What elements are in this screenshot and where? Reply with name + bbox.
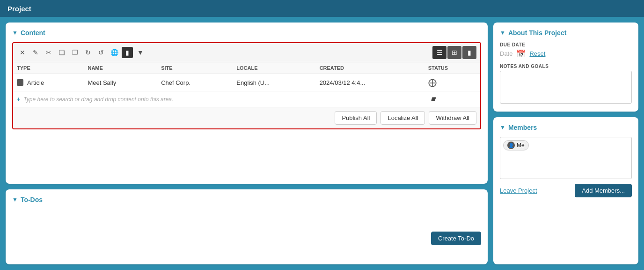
todos-chevron-icon[interactable]: ▼	[12, 196, 18, 203]
todos-panel-title: To-Dos	[21, 196, 43, 203]
col-status: STATUS	[424, 62, 480, 74]
notes-label: NOTES AND GOALS	[500, 64, 632, 69]
main-area: ▼ Content ✕ ✎ ✂ ❏ ❐ ↻ ↺ 🌐 ▮ ▼	[0, 17, 644, 270]
create-todo-button[interactable]: Create To-Do	[431, 232, 481, 245]
members-footer: Leave Project Add Members...	[500, 184, 632, 197]
right-column: ▼ About This Project DUE DATE Date 📅 Res…	[493, 22, 638, 264]
withdraw-all-button[interactable]: Withdraw All	[429, 111, 476, 125]
row-type: Article	[13, 74, 84, 91]
undo-icon[interactable]: ↻	[82, 47, 94, 58]
search-cell: + Type here to search or drag and drop c…	[13, 91, 424, 107]
copy-icon[interactable]: ❏	[56, 47, 67, 58]
search-chart-cell: ◾	[424, 91, 480, 107]
col-name: NAME	[84, 62, 157, 74]
edit-icon[interactable]: ✎	[30, 47, 41, 58]
app-header: Project	[0, 0, 644, 17]
notes-textarea[interactable]	[500, 71, 632, 104]
about-panel-title: About This Project	[508, 29, 566, 37]
todos-action-area: Create To-Do	[12, 232, 481, 245]
cut-icon[interactable]: ✂	[43, 47, 54, 58]
calendar-icon[interactable]: 📅	[516, 49, 526, 58]
add-members-button[interactable]: Add Members...	[575, 184, 632, 197]
row-status: ⨁	[424, 74, 480, 91]
search-placeholder-text: Type here to search or drag and drop con…	[23, 96, 173, 103]
about-panel: ▼ About This Project DUE DATE Date 📅 Res…	[493, 22, 638, 112]
article-type-icon	[17, 79, 23, 86]
search-row[interactable]: + Type here to search or drag and drop c…	[13, 91, 480, 107]
content-panel: ▼ Content ✕ ✎ ✂ ❏ ❐ ↻ ↺ 🌐 ▮ ▼	[6, 22, 488, 184]
member-name: Me	[517, 142, 525, 149]
status-icon: ⨁	[428, 78, 437, 87]
leave-project-link[interactable]: Leave Project	[500, 187, 537, 194]
content-action-buttons: Publish All Localize All Withdraw All	[13, 107, 480, 128]
dropdown-icon[interactable]: ▼	[135, 47, 146, 58]
row-created: 2024/03/12 4:4...	[316, 74, 424, 91]
about-panel-header: ▼ About This Project	[500, 29, 632, 37]
content-table: TYPE NAME SITE LOCALE CREATED STATUS	[13, 62, 480, 107]
chart-icon: ◾	[428, 95, 438, 103]
paste-icon[interactable]: ❐	[69, 47, 80, 58]
members-panel: ▼ Members 👤 Me Leave Project Add Members…	[493, 117, 638, 264]
member-avatar: 👤	[507, 142, 515, 149]
content-chevron-icon[interactable]: ▼	[12, 30, 18, 36]
redo-icon[interactable]: ↺	[95, 47, 107, 58]
add-icon: +	[17, 96, 20, 103]
left-column: ▼ Content ✕ ✎ ✂ ❏ ❐ ↻ ↺ 🌐 ▮ ▼	[6, 22, 488, 264]
row-type-label: Article	[27, 79, 44, 86]
row-locale: English (U...	[233, 74, 315, 91]
view-buttons: ☰ ⊞ ▮	[432, 46, 476, 59]
content-table-wrapper: ✕ ✎ ✂ ❏ ❐ ↻ ↺ 🌐 ▮ ▼ ☰ ⊞ ▮	[12, 42, 481, 129]
card-view-button[interactable]: ▮	[462, 46, 476, 59]
grid-view-button[interactable]: ⊞	[447, 46, 461, 59]
col-type: TYPE	[13, 62, 84, 74]
date-placeholder: Date	[500, 50, 512, 57]
due-date-row: Date 📅 Reset	[500, 49, 632, 58]
close-icon[interactable]: ✕	[17, 47, 28, 58]
localize-all-button[interactable]: Localize All	[381, 111, 425, 125]
content-table-header: TYPE NAME SITE LOCALE CREATED STATUS	[13, 62, 480, 74]
content-panel-title: Content	[21, 29, 45, 37]
col-site: SITE	[157, 62, 233, 74]
due-date-label: DUE DATE	[500, 42, 632, 47]
members-scroll-area: 👤 Me	[500, 137, 632, 179]
content-toolbar: ✕ ✎ ✂ ❏ ❐ ↻ ↺ 🌐 ▮ ▼ ☰ ⊞ ▮	[13, 43, 480, 62]
content-panel-header: ▼ Content	[12, 29, 481, 37]
about-chevron-icon[interactable]: ▼	[500, 30, 505, 36]
col-locale: LOCALE	[233, 62, 315, 74]
reset-link[interactable]: Reset	[529, 50, 545, 57]
todos-panel-header: ▼ To-Dos	[12, 196, 481, 203]
list-view-button[interactable]: ☰	[432, 46, 446, 59]
publish-all-button[interactable]: Publish All	[335, 111, 377, 125]
members-panel-title: Members	[508, 124, 537, 131]
book-icon[interactable]: ▮	[122, 47, 133, 58]
app-title: Project	[7, 5, 31, 13]
members-chevron-icon[interactable]: ▼	[500, 124, 505, 131]
members-panel-header: ▼ Members	[500, 124, 632, 131]
col-created: CREATED	[316, 62, 424, 74]
table-row[interactable]: Article Meet Sally Chef Corp. English (U…	[13, 74, 480, 91]
row-site: Chef Corp.	[157, 74, 233, 91]
todos-panel: ▼ To-Dos Create To-Do	[6, 189, 488, 264]
row-name: Meet Sally	[84, 74, 157, 91]
member-tag: 👤 Me	[503, 140, 529, 150]
globe-icon[interactable]: 🌐	[109, 47, 120, 58]
